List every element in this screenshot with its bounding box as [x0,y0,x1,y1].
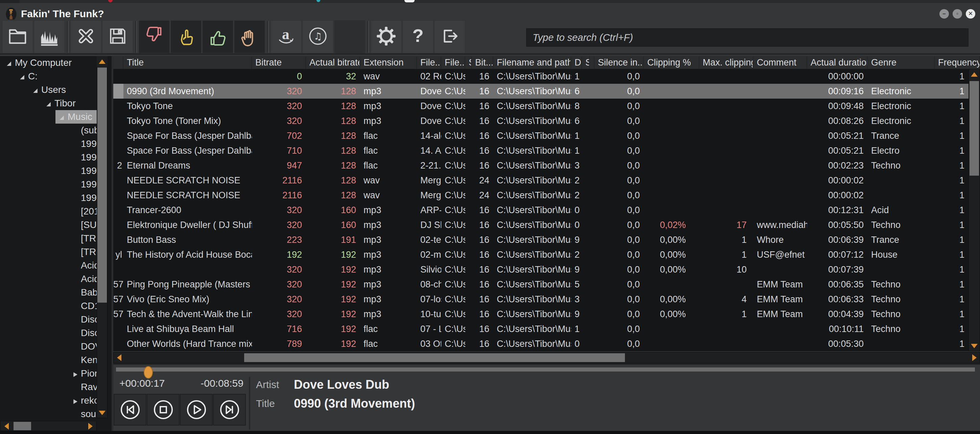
table-row[interactable]: ylThe History of Acid House Boca R192192… [113,247,980,262]
expanded-icon[interactable] [59,111,68,124]
table-row[interactable]: 2Eternal Dreams947128flac2-21.C:\Us16C:\… [113,158,980,173]
table-row[interactable]: Tokyo Tone320128mp3DoveC:\Us16C:\Users\T… [113,99,980,114]
skip-forward-button[interactable] [213,394,246,426]
column-header-genre[interactable]: Genre [868,56,935,69]
column-header-dur[interactable]: Actual duration [807,56,868,69]
column-header-freq[interactable]: Frequency [935,56,980,69]
table-row[interactable]: Button Bass223191mp302-terC:\Us16C:\User… [113,232,980,247]
table-hscrollbar-thumb[interactable] [244,353,625,362]
tree-item--trm[interactable]: [TRM [0,245,97,259]
column-header-title[interactable]: Title [123,56,252,69]
table-row[interactable]: Elektronique Dweller ( DJ Shufflen320160… [113,217,980,232]
tree-item-users[interactable]: Users [0,83,97,97]
play-button[interactable] [180,394,213,426]
tree-item-c-[interactable]: C: [0,70,97,83]
tree-item--sub[interactable]: (sub [0,124,97,137]
expanded-icon[interactable] [46,97,54,111]
column-header-bits[interactable]: Bit... [472,56,493,69]
blank-button[interactable] [334,20,365,53]
table-scroll-left-button[interactable] [114,353,124,362]
column-header-s0[interactable]: S [465,56,472,69]
table-row[interactable]: NEEDLE SCRATCH NOISE2116128wavMergeC:\Us… [113,173,980,188]
exit-button[interactable] [434,20,465,53]
tree-item-tibor[interactable]: Tibor [0,97,97,110]
tree-scroll-left-button[interactable] [2,422,11,430]
table-row[interactable]: 032wav02 ReC:\Us16C:\Users\Tibor\Musi10,… [113,69,980,84]
table-row[interactable]: Trancer-2600320160mp3ARP-2C:\Us16C:\User… [113,203,980,217]
expanded-icon[interactable] [19,70,28,84]
tree-item-1996[interactable]: 1996 [0,164,97,177]
tree-item--trm[interactable]: [TRM [0,232,97,245]
stop-button[interactable] [147,394,180,426]
expanded-icon[interactable] [6,57,15,70]
column-header-clip[interactable]: Clipping % [644,56,699,69]
collapsed-icon[interactable] [72,367,81,381]
table-row[interactable]: 320192mp3SilvioC:\Us16C:\Users\Tibor\Mus… [113,262,980,277]
seek-slider-track[interactable] [116,367,975,372]
table-vscrollbar-thumb[interactable] [969,81,979,176]
table-row[interactable]: 575Tech & the Advent-Walk the Line320192… [113,307,980,322]
tree-item-music[interactable]: Music [0,110,97,124]
open-folder-button[interactable] [2,20,33,53]
minimize-button[interactable]: – [939,9,949,19]
column-header-d[interactable]: D [571,56,582,69]
column-header-s1[interactable]: S [582,56,590,69]
tree-item-baby[interactable]: Baby [0,286,97,299]
column-header-i1[interactable]: I [590,56,595,69]
tree-item-rave[interactable]: Rave [0,380,97,394]
tree-item-1996[interactable]: 1996 [0,177,97,191]
column-header-path[interactable]: Filename and path [493,56,571,69]
table-row[interactable]: Other Worlds (Hard Trance mix)789192flac… [113,336,980,351]
column-header-comment[interactable]: Comment [753,56,807,69]
column-header-file2[interactable]: File... [441,56,465,69]
tree-item-cd1[interactable]: CD1 [0,299,97,313]
tree-item-kenj[interactable]: Kenj [0,353,97,367]
table-row[interactable]: Space For Bass (Jesper Dahlbäck F710128f… [113,143,980,158]
skip-back-button[interactable] [114,394,146,426]
tree-item-1997[interactable]: 1997 [0,191,97,205]
column-header-pre[interactable] [113,56,123,69]
table-row[interactable]: 575Vivo (Eric Sneo Mix)320192mp307-losC:… [113,292,980,307]
tree-item--201[interactable]: [201 [0,205,97,218]
table-scroll-right-button[interactable] [969,353,979,362]
column-header-maxclip[interactable]: Max. clipping [699,56,753,69]
tree-scroll-up-button[interactable] [97,56,108,67]
table-scroll-up-button[interactable] [969,69,980,80]
table-row[interactable]: 575Ping Pong Pineapple (Masters of D3201… [113,277,980,292]
table-row[interactable]: 0990 (3rd Movement)320128mp3DoveC:\Us16C… [113,84,980,99]
tree-item-disc[interactable]: Disc [0,313,97,326]
column-header-ext[interactable]: Extension [360,56,417,69]
tree-item-soul[interactable]: soul [0,407,97,421]
tree-scroll-down-button[interactable] [97,407,108,418]
settings-button[interactable] [371,20,402,53]
tree-hscrollbar-thumb[interactable] [14,422,31,430]
save-button[interactable] [102,20,133,53]
tree-item-disc[interactable]: Disc [0,326,97,340]
tree-item-1993[interactable]: 1993 [0,150,97,164]
column-header-silence[interactable]: Silence in... [595,56,644,69]
itunes-button[interactable]: ♫ [302,20,333,53]
column-header-bitrate[interactable]: Bitrate [252,56,306,69]
search-input[interactable] [526,29,969,47]
seek-slider-knob[interactable] [144,366,153,379]
remove-button[interactable] [70,20,102,53]
help-button[interactable]: ? [402,20,434,53]
collapsed-icon[interactable] [72,394,81,408]
flag-stop-button[interactable] [234,20,265,53]
tree-item-reko[interactable]: reko [0,394,97,407]
tree-vscrollbar-thumb[interactable] [97,68,107,303]
spectrum-analysis-button[interactable] [34,20,65,53]
maximize-button[interactable]: ▫ [953,9,962,19]
table-row[interactable]: Tokyo Tone (Toner Mix)320128mp3DoveC:\Us… [113,114,980,128]
table-row[interactable]: NEEDLE SCRATCH NOISE2116128wavMergeC:\Us… [113,188,980,203]
tree-scroll-right-button[interactable] [85,422,95,430]
table-row[interactable]: Live at Shibuya Beam Hall716192flac07 - … [113,322,980,336]
flag-fake-button[interactable] [138,20,170,53]
amazon-button[interactable]: a [270,20,302,53]
column-header-actual[interactable]: Actual bitrate▲ [306,56,360,69]
expanded-icon[interactable] [32,84,41,97]
table-scroll-down-button[interactable] [969,341,980,351]
tree-item-my-computer[interactable]: My Computer [0,56,97,70]
tree-item-acid[interactable]: Acid [0,272,97,286]
tree-item-1992[interactable]: 1992 [0,137,97,150]
